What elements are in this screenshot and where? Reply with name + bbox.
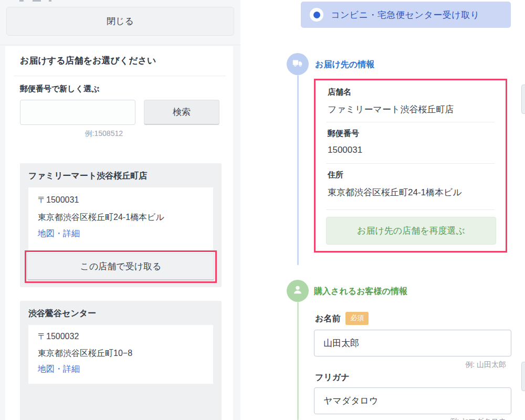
postal-search-label: 郵便番号で新しく選ぶ <box>20 84 99 94</box>
delivery-info-heading: お届け先の情報 <box>315 59 374 70</box>
map-detail-link[interactable]: 地図・詳細 <box>38 228 80 239</box>
store-selector-card: お届けする店舗をお選びください 郵便番号で新しく選ぶ 検索 例:1508512 … <box>5 46 233 420</box>
field-label: 店舗名 <box>328 87 351 97</box>
field-label: 郵便番号 <box>328 129 359 139</box>
furigana-input[interactable] <box>314 387 511 414</box>
store-name: 渋谷鶯谷センター <box>28 308 96 319</box>
field-value: 東京都渋谷区桜丘町24-1橋本ビル <box>328 186 462 198</box>
checkout-page: 閉じる お届けする店舗をお選びください 郵便番号で新しく選ぶ 検索 例:1508… <box>0 0 525 420</box>
clipped-text-fragment <box>19 0 24 2</box>
divider <box>326 163 495 164</box>
divider <box>0 45 240 45</box>
divider <box>326 209 495 210</box>
store-selector-title: お届けする店舗をお選びください <box>20 55 156 67</box>
name-input[interactable] <box>314 330 511 356</box>
radio-selected-icon[interactable] <box>310 8 323 22</box>
delivery-info-box: 店舗名 ファミリーマート渋谷桜丘町店 郵便番号 1500031 住所 東京都渋谷… <box>314 79 507 253</box>
person-icon <box>292 284 303 298</box>
delivery-method-label: コンビニ・宅急便センター受け取り <box>331 9 480 21</box>
clipped-panel-element <box>521 85 525 114</box>
clipped-text-fragment <box>33 0 41 2</box>
postal-hint: 例:1508512 <box>20 129 123 139</box>
field-value: 1500031 <box>328 145 362 155</box>
postal-code-input[interactable] <box>20 100 135 125</box>
store-name: ファミリーマート渋谷桜丘町店 <box>28 171 147 182</box>
map-detail-link[interactable]: 地図・詳細 <box>38 364 80 375</box>
store-card: 渋谷鶯谷センター 〒1500032 東京都渋谷区桜丘町10−8 地図・詳細 この… <box>20 301 222 420</box>
required-badge: 必須 <box>345 312 369 325</box>
store-postal: 〒1500032 <box>38 331 79 342</box>
divider <box>326 122 495 122</box>
clipped-panel-element <box>521 362 525 391</box>
divider <box>14 76 226 76</box>
search-button[interactable]: 検索 <box>144 100 219 125</box>
highlight-annotation: この店舗で受け取る <box>25 250 217 283</box>
delivery-step-badge <box>287 53 309 75</box>
truck-icon <box>292 57 303 71</box>
delivery-method-option[interactable]: コンビニ・宅急便センター受け取り <box>301 2 511 28</box>
close-button[interactable]: 閉じる <box>6 7 234 36</box>
customer-step-badge <box>287 280 309 302</box>
timeline-connector <box>297 302 299 420</box>
pickup-here-button[interactable]: この店舗で受け取る <box>27 253 214 280</box>
furigana-field-label: フリガナ <box>315 372 350 383</box>
name-hint: 例: 山田太郎 <box>314 360 506 370</box>
reselect-store-button[interactable]: お届け先の店舗を再度選ぶ <box>326 217 496 245</box>
timeline-connector <box>297 75 299 265</box>
store-address: 東京都渋谷区桜丘町24-1橋本ビル <box>38 212 164 223</box>
store-address-box: 〒1500032 東京都渋谷区桜丘町10−8 地図・詳細 <box>28 325 213 384</box>
store-postal: 〒1500031 <box>38 195 79 206</box>
furigana-hint: 例: ヤマダタロウ <box>314 417 506 420</box>
store-card: ファミリーマート渋谷桜丘町店 〒1500031 東京都渋谷区桜丘町24-1橋本ビ… <box>20 163 222 287</box>
clipped-text-fragment <box>49 0 51 2</box>
customer-info-heading: 購入されるお客様の情報 <box>314 286 407 297</box>
store-address: 東京都渋谷区桜丘町10−8 <box>38 348 132 359</box>
store-select-panel: 閉じる お届けする店舗をお選びください 郵便番号で新しく選ぶ 検索 例:1508… <box>0 0 240 420</box>
name-field-label: お名前必須 <box>315 312 369 325</box>
field-label: 住所 <box>328 170 343 180</box>
field-value: ファミリーマート渋谷桜丘町店 <box>328 103 454 116</box>
